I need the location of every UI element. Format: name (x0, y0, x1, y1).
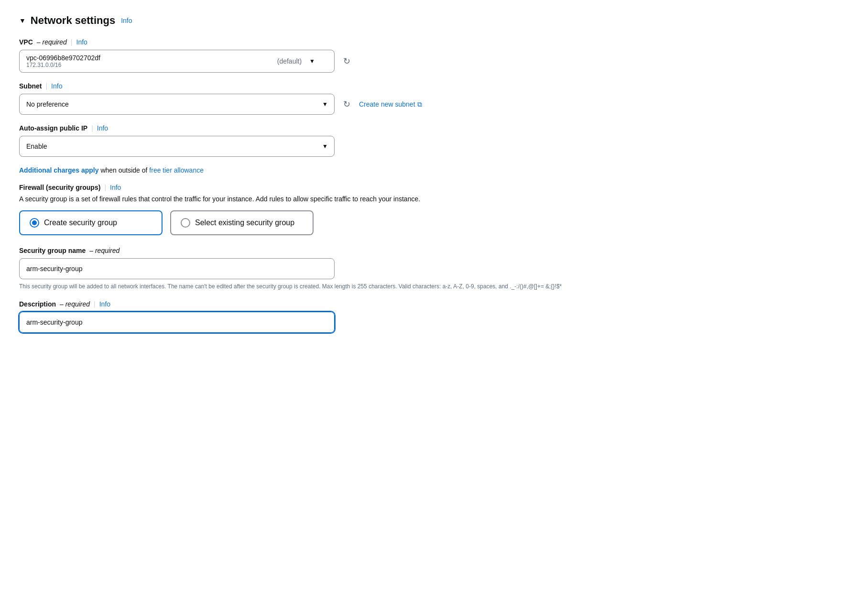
subnet-refresh-icon: ↻ (343, 99, 350, 109)
vpc-divider: | (71, 38, 73, 46)
auto-assign-info-link[interactable]: Info (97, 124, 108, 132)
subnet-field-group: Subnet | Info No preference ▼ ↻ Create n… (19, 82, 849, 115)
security-group-name-input-wrapper (19, 258, 335, 279)
auto-assign-field-group: Auto-assign public IP | Info Enable ▼ (19, 124, 849, 157)
vpc-select-row: vpc-06996b8e9702702df 172.31.0.0/16 (def… (19, 50, 849, 73)
vpc-label: VPC – required | Info (19, 38, 849, 46)
select-existing-security-group-option[interactable]: Select existing security group (170, 210, 314, 235)
subnet-label-text: Subnet (19, 82, 42, 90)
vpc-dropdown[interactable]: vpc-06996b8e9702702df 172.31.0.0/16 (def… (19, 50, 335, 73)
create-subnet-external-icon: ⧉ (417, 100, 422, 109)
firewall-description: A security group is a set of firewall ru… (19, 195, 849, 203)
subnet-select-wrapper: No preference ▼ (19, 94, 335, 115)
create-subnet-label: Create new subnet (359, 100, 415, 108)
auto-assign-dropdown[interactable]: Enable (19, 136, 335, 157)
security-group-name-input[interactable] (19, 258, 335, 279)
vpc-refresh-icon: ↻ (343, 56, 350, 66)
vpc-info-link[interactable]: Info (76, 38, 87, 46)
auto-assign-label-text: Auto-assign public IP (19, 124, 87, 132)
auto-assign-select-wrapper: Enable ▼ (19, 136, 335, 157)
subnet-dropdown[interactable]: No preference (19, 94, 335, 115)
security-group-name-label-text: Security group name (19, 247, 86, 254)
firewall-info-link[interactable]: Info (110, 184, 121, 191)
description-info-link[interactable]: Info (99, 300, 110, 308)
network-settings-section: ▼ Network settings Info VPC – required |… (19, 14, 849, 333)
create-security-group-option[interactable]: Create security group (19, 210, 163, 235)
subnet-refresh-button[interactable]: ↻ (340, 96, 353, 112)
subnet-info-link[interactable]: Info (51, 82, 62, 90)
security-group-name-label: Security group name – required (19, 247, 849, 254)
vpc-required-text: – required (37, 38, 67, 46)
section-info-link[interactable]: Info (121, 17, 132, 24)
firewall-label: Firewall (security groups) | Info (19, 184, 849, 191)
section-heading: Network settings (31, 14, 115, 27)
section-header: ▼ Network settings Info (19, 14, 849, 27)
create-subnet-link[interactable]: Create new subnet ⧉ (359, 100, 422, 109)
collapse-chevron-icon[interactable]: ▼ (19, 17, 26, 24)
vpc-sub-value: 172.31.0.0/16 (26, 62, 100, 68)
vpc-field-group: VPC – required | Info vpc-06996b8e970270… (19, 38, 849, 73)
description-required-text: – required (60, 300, 90, 308)
firewall-radio-group: Create security group Select existing se… (19, 210, 849, 235)
charges-regular-text: when outside of (100, 166, 149, 174)
subnet-label: Subnet | Info (19, 82, 849, 90)
auto-assign-label: Auto-assign public IP | Info (19, 124, 849, 132)
security-group-name-help-text: This security group will be added to all… (19, 282, 849, 291)
auto-assign-select-row: Enable ▼ (19, 136, 849, 157)
auto-assign-divider: | (91, 124, 93, 132)
vpc-default-badge: (default) (277, 57, 302, 65)
create-radio-dot (32, 220, 37, 225)
vpc-right-group: (default) ▼ (277, 57, 315, 65)
subnet-select-row: No preference ▼ ↻ Create new subnet ⧉ (19, 94, 849, 115)
charges-text: Additional charges apply when outside of… (19, 166, 849, 174)
create-radio-circle (30, 218, 39, 228)
charges-bold-text: Additional charges apply (19, 166, 98, 174)
firewall-label-text: Firewall (security groups) (19, 184, 100, 191)
security-group-name-field-group: Security group name – required This secu… (19, 247, 849, 291)
section-title: ▼ Network settings (19, 14, 115, 27)
security-group-name-required-text: – required (89, 247, 119, 254)
create-radio-label: Create security group (44, 219, 117, 227)
free-tier-link[interactable]: free tier allowance (149, 166, 204, 174)
vpc-refresh-button[interactable]: ↻ (340, 53, 353, 69)
description-input-wrapper (19, 312, 335, 333)
vpc-main-value: vpc-06996b8e9702702df (26, 54, 100, 62)
vpc-chevron-icon: ▼ (309, 58, 315, 65)
description-label-text: Description (19, 300, 56, 308)
subnet-divider: | (45, 82, 47, 90)
description-field-group: Description – required | Info (19, 300, 849, 333)
firewall-divider: | (104, 184, 106, 191)
existing-radio-label: Select existing security group (195, 219, 294, 227)
description-input[interactable] (19, 312, 335, 333)
existing-radio-circle (181, 218, 190, 228)
vpc-label-text: VPC (19, 38, 33, 46)
vpc-text-group: vpc-06996b8e9702702df 172.31.0.0/16 (26, 54, 100, 68)
firewall-field-group: Firewall (security groups) | Info A secu… (19, 184, 849, 235)
description-label: Description – required | Info (19, 300, 849, 308)
description-divider: | (94, 300, 96, 308)
